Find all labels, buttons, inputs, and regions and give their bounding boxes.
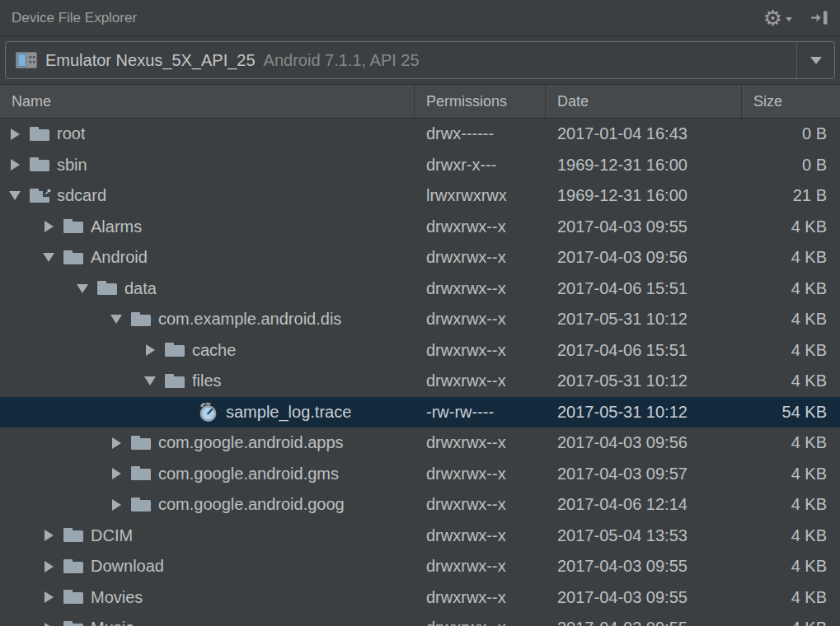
settings-gear-button[interactable]: ⚙ [763, 7, 792, 29]
file-name-label: files [192, 371, 222, 390]
collapse-arrow-icon[interactable] [42, 253, 55, 262]
date-cell: 2017-04-03 09:56 [546, 248, 742, 267]
collapse-arrow-icon[interactable] [110, 315, 123, 324]
column-header-date[interactable]: Date [546, 85, 742, 118]
device-name: Emulator Nexus_5X_API_25 [45, 51, 256, 70]
file-name-label: com.example.android.dis [158, 310, 341, 329]
name-cell: ↗sdcard [0, 186, 415, 205]
file-tree: rootdrwx------2017-01-04 16:430 Bsbindrw… [0, 119, 840, 626]
folder-icon [63, 526, 84, 544]
size-cell: 4 KB [742, 217, 840, 236]
size-cell: 4 KB [742, 557, 840, 576]
column-header-name[interactable]: Name [0, 85, 415, 118]
table-row[interactable]: filesdrwxrwx--x2017-05-31 10:124 KB [0, 366, 840, 397]
expand-arrow-icon[interactable] [143, 344, 157, 356]
size-cell: 0 B [742, 124, 840, 143]
date-cell: 2017-04-03 09:55 [546, 557, 742, 576]
file-name-label: root [57, 124, 85, 143]
date-cell: 2017-04-06 15:51 [546, 341, 742, 360]
table-row[interactable]: com.example.android.disdrwxrwx--x2017-05… [0, 304, 840, 335]
panel-title: Device File Explorer [12, 10, 137, 26]
expand-arrow-icon[interactable] [8, 159, 21, 171]
gear-icon: ⚙ [763, 7, 782, 29]
date-cell: 2017-05-04 13:53 [546, 526, 742, 545]
panel-title-bar: Device File Explorer ⚙ [0, 0, 840, 36]
folder-icon [63, 217, 84, 236]
device-selector-dropdown-button[interactable] [796, 42, 834, 78]
chevron-down-icon [810, 57, 822, 64]
emulator-device-icon [16, 52, 37, 68]
table-row[interactable]: rootdrwx------2017-01-04 16:430 B [0, 119, 840, 150]
folder-icon [63, 558, 84, 576]
table-row[interactable]: DCIMdrwxrwx--x2017-05-04 13:534 KB [0, 521, 840, 552]
size-cell: 4 KB [742, 465, 840, 484]
size-cell: 21 B [742, 186, 840, 205]
name-cell: sbin [0, 156, 415, 175]
name-cell: Android [0, 248, 415, 267]
file-name-label: cache [192, 341, 236, 360]
column-header-label: Name [12, 93, 51, 110]
chevron-down-icon [786, 17, 792, 21]
table-row[interactable]: cachedrwxrwx--x2017-04-06 15:514 KB [0, 335, 840, 367]
name-cell: com.example.android.dis [0, 310, 415, 329]
date-cell: 2017-04-06 15:51 [546, 279, 742, 298]
collapse-arrow-icon[interactable] [8, 191, 21, 200]
file-name-label: data [124, 279, 157, 298]
expand-arrow-icon[interactable] [42, 591, 55, 603]
size-cell: 4 KB [742, 619, 840, 626]
date-cell: 1969-12-31 16:00 [546, 186, 742, 205]
size-cell: 4 KB [742, 495, 840, 514]
folder-icon [165, 372, 185, 390]
column-header-permissions[interactable]: Permissions [415, 85, 546, 118]
expand-arrow-icon[interactable] [42, 221, 55, 232]
expand-arrow-icon[interactable] [42, 561, 55, 572]
file-name-label: sbin [57, 156, 87, 175]
device-selector-content: Emulator Nexus_5X_API_25 Android 7.1.1, … [6, 42, 796, 78]
column-header-size[interactable]: Size [742, 85, 840, 118]
file-name-label: Movies [91, 588, 143, 607]
device-details: Android 7.1.1, API 25 [264, 51, 420, 70]
permissions-cell: drwxrwx--x [415, 310, 546, 329]
table-row[interactable]: ↗sdcardlrwxrwxrwx1969-12-31 16:0021 B [0, 180, 840, 212]
name-cell: Download [0, 557, 415, 576]
table-row[interactable]: com.google.android.appsdrwxrwx--x2017-04… [0, 427, 840, 459]
table-row[interactable]: Alarmsdrwxrwx--x2017-04-03 09:554 KB [0, 212, 840, 243]
folder-icon [63, 619, 84, 626]
hide-panel-button[interactable] [810, 10, 828, 26]
table-row[interactable]: sample_log.trace-rw-rw----2017-05-31 10:… [0, 397, 840, 428]
date-cell: 2017-05-31 10:12 [546, 403, 742, 422]
collapse-arrow-icon[interactable] [143, 376, 157, 385]
date-cell: 2017-05-31 10:12 [546, 371, 742, 390]
expand-arrow-icon[interactable] [110, 499, 123, 511]
permissions-cell: drwxrwx--x [415, 217, 546, 236]
folder-symlink-icon: ↗ [30, 187, 50, 205]
table-row[interactable]: datadrwxrwx--x2017-04-06 15:514 KB [0, 273, 840, 305]
expand-arrow-icon[interactable] [110, 437, 123, 449]
table-row[interactable]: Downloaddrwxrwx--x2017-04-03 09:554 KB [0, 551, 840, 582]
expand-arrow-icon[interactable] [8, 128, 21, 140]
hide-panel-icon [810, 10, 828, 26]
table-row[interactable]: Moviesdrwxrwx--x2017-04-03 09:554 KB [0, 582, 840, 614]
collapse-arrow-icon[interactable] [76, 284, 89, 293]
permissions-cell: -rw-rw---- [415, 403, 546, 422]
column-header-label: Size [753, 93, 782, 110]
expand-arrow-icon[interactable] [110, 468, 123, 479]
device-selector[interactable]: Emulator Nexus_5X_API_25 Android 7.1.1, … [5, 41, 835, 79]
table-row[interactable]: Androiddrwxrwx--x2017-04-03 09:564 KB [0, 242, 840, 273]
table-row[interactable]: com.google.android.gmsdrwxrwx--x2017-04-… [0, 459, 840, 490]
size-cell: 54 KB [742, 403, 840, 422]
permissions-cell: drwxrwx--x [415, 433, 546, 452]
table-row[interactable]: sbindrwxr-x---1969-12-31 16:000 B [0, 150, 840, 181]
size-cell: 4 KB [742, 526, 840, 545]
table-row[interactable]: com.google.android.googdrwxrwx--x2017-04… [0, 489, 840, 521]
file-name-label: sdcard [57, 186, 106, 205]
expand-arrow-icon[interactable] [42, 530, 55, 541]
permissions-cell: drwxrwx--x [415, 371, 546, 390]
permissions-cell: drwxrwx--x [415, 588, 546, 607]
table-row[interactable]: Musicdrwxrwx--x2017-04-03 09:554 KB [0, 613, 840, 626]
permissions-cell: drwxrwx--x [415, 279, 546, 298]
file-name-label: Download [91, 557, 164, 576]
expand-arrow-icon[interactable] [42, 623, 55, 626]
name-cell: files [0, 371, 415, 390]
folder-icon [63, 249, 84, 267]
